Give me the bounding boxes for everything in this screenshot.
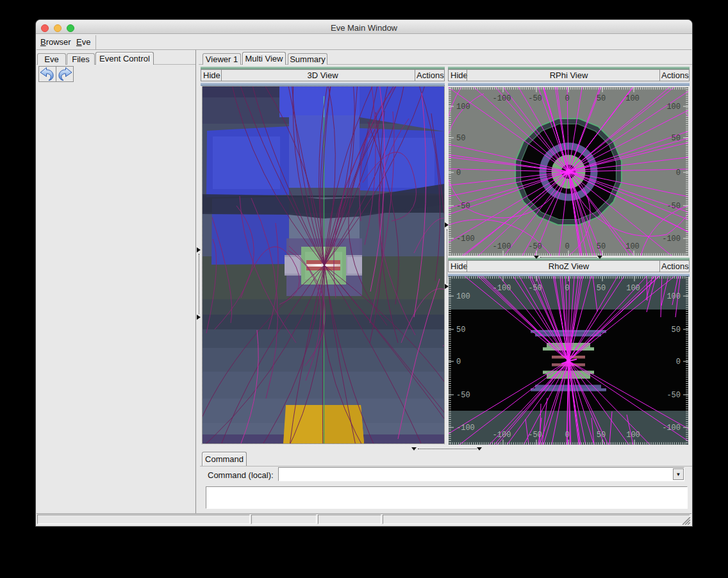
svg-text:-50: -50 [528,242,542,251]
svg-text:50: 50 [597,284,606,293]
svg-text:0: 0 [565,431,569,440]
svg-text:50: 50 [456,326,465,334]
svg-text:100: 100 [666,103,681,111]
svg-text:-50: -50 [456,391,470,400]
svg-text:50: 50 [672,134,681,143]
svg-text:-50: -50 [666,391,681,400]
svg-text:-50: -50 [528,431,542,440]
svg-text:100: 100 [626,284,640,293]
svg-text:-100: -100 [493,431,511,440]
svg-text:100: 100 [456,292,470,301]
svg-text:0: 0 [565,284,569,293]
svg-text:-100: -100 [662,424,681,433]
svg-text:-50: -50 [666,202,681,211]
svg-text:-100: -100 [456,424,475,433]
svg-text:0: 0 [456,169,461,178]
svg-text:-50: -50 [456,202,470,211]
svg-text:-100: -100 [493,242,511,251]
svg-text:0: 0 [565,94,569,103]
svg-text:-100: -100 [493,94,511,103]
svg-text:100: 100 [625,242,640,251]
svg-text:50: 50 [597,242,606,251]
svg-text:50: 50 [597,94,606,103]
svg-text:-50: -50 [528,94,542,103]
svg-text:0: 0 [676,169,681,178]
svg-text:100: 100 [625,94,640,103]
svg-text:-100: -100 [493,284,511,293]
svg-text:0: 0 [676,358,681,367]
svg-text:-100: -100 [456,235,475,244]
svg-text:100: 100 [666,292,681,301]
svg-text:50: 50 [456,134,465,143]
svg-text:0: 0 [456,358,461,367]
svg-text:50: 50 [672,326,681,334]
svg-text:50: 50 [597,431,606,440]
svg-text:-100: -100 [662,235,681,244]
svg-text:100: 100 [626,431,640,440]
svg-text:-50: -50 [528,284,542,293]
svg-text:0: 0 [565,242,569,251]
svg-text:100: 100 [456,103,470,111]
